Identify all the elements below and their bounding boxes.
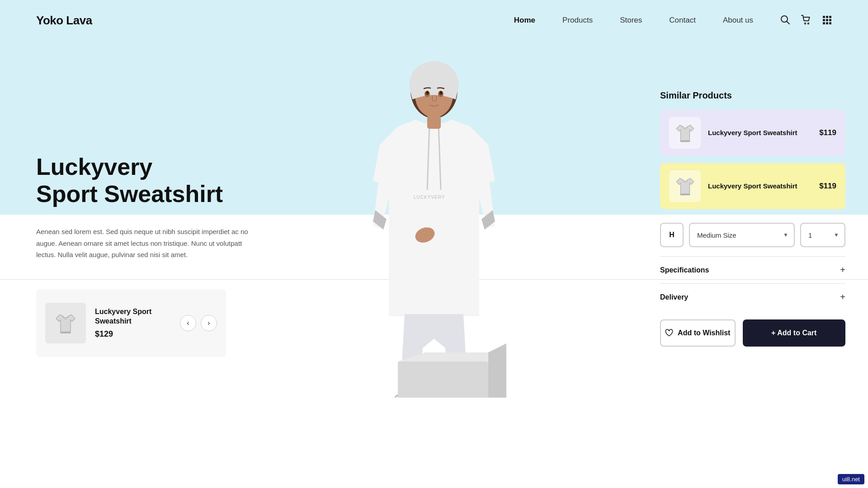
brand-logo[interactable]: Yoko Lava (36, 14, 92, 28)
watermark: ui8.net (838, 474, 864, 484)
navbar: Yoko Lava Home Products Stores Contact A… (0, 0, 868, 41)
product-title: Luckyvery Sport Sweatshirt (36, 154, 223, 208)
nav-products[interactable]: Products (562, 16, 593, 24)
delivery-title: Delivery (660, 293, 688, 301)
wishlist-button[interactable]: Add to Wishlist (660, 319, 736, 347)
nav-home[interactable]: Home (514, 16, 535, 24)
svg-point-2 (805, 23, 806, 24)
similar-products-title: Similar Products (660, 90, 845, 101)
size-select[interactable]: Small Size Medium Size Large Size X-Larg… (689, 223, 795, 247)
right-panel: Similar Products Luckyvery Sport Sweatsh… (642, 0, 868, 488)
specifications-header[interactable]: Specifications + (660, 265, 845, 275)
delivery-accordion: Delivery + (660, 283, 845, 310)
featured-product-info: Luckyvery Sport Sweatshirt $129 (95, 307, 171, 339)
featured-product-image (45, 303, 86, 343)
size-label[interactable]: H (660, 223, 684, 247)
nav-contact[interactable]: Contact (669, 16, 696, 24)
qty-wrapper: 1 2 3 4 5 ▼ (800, 223, 845, 247)
delivery-header[interactable]: Delivery + (660, 292, 845, 302)
center-model: LUCKYVERY (321, 36, 547, 398)
svg-point-28 (427, 92, 429, 94)
featured-product-card: Luckyvery Sport Sweatshirt $129 ‹ › (36, 289, 226, 357)
model-image: LUCKYVERY (335, 54, 533, 398)
options-row: H Small Size Medium Size Large Size X-La… (660, 223, 845, 247)
action-buttons: Add to Wishlist + Add to Cart (660, 319, 845, 347)
delivery-plus-icon: + (840, 292, 845, 302)
card-next-button[interactable]: › (201, 315, 217, 331)
similar-product-thumb-1 (669, 117, 701, 149)
svg-rect-11 (826, 22, 828, 24)
similar-product-price-2: $119 (819, 182, 836, 191)
search-icon[interactable] (780, 15, 790, 26)
svg-rect-31 (398, 361, 488, 398)
svg-point-29 (440, 92, 442, 94)
cart-icon[interactable] (801, 15, 811, 26)
similar-product-name-2: Luckyvery Sport Sweatshirt (708, 182, 812, 191)
size-select-wrapper: Small Size Medium Size Large Size X-Larg… (689, 223, 795, 247)
svg-rect-4 (823, 16, 825, 18)
svg-rect-6 (829, 16, 831, 18)
add-to-cart-button[interactable]: + Add to Cart (743, 319, 846, 347)
nav-links: Home Products Stores Contact About us (514, 16, 753, 25)
svg-rect-5 (826, 16, 828, 18)
card-nav-buttons: ‹ › (180, 315, 217, 331)
specifications-accordion: Specifications + (660, 256, 845, 283)
similar-product-card-2[interactable]: Luckyvery Sport Sweatshirt $119 (660, 163, 845, 209)
specifications-title: Specifications (660, 266, 709, 274)
svg-line-1 (787, 21, 790, 24)
svg-text:LUCKYVERY: LUCKYVERY (414, 195, 445, 200)
svg-rect-23 (427, 115, 441, 129)
similar-product-price-1: $119 (819, 128, 836, 137)
svg-rect-10 (823, 22, 825, 24)
featured-product-name: Luckyvery Sport Sweatshirt (95, 307, 171, 326)
nav-about[interactable]: About us (723, 16, 753, 24)
similar-product-card-1[interactable]: Luckyvery Sport Sweatshirt $119 (660, 110, 845, 156)
heart-icon (665, 329, 673, 337)
card-prev-button[interactable]: ‹ (180, 315, 196, 331)
product-description: Aenean sed lorem est. Sed quis neque ut … (36, 226, 253, 261)
svg-rect-8 (826, 19, 828, 21)
nav-stores[interactable]: Stores (620, 16, 642, 24)
svg-rect-7 (823, 19, 825, 21)
specifications-plus-icon: + (840, 265, 845, 275)
svg-rect-32 (680, 141, 689, 142)
svg-rect-13 (61, 331, 71, 333)
product-title-area: Luckyvery Sport Sweatshirt (36, 154, 223, 208)
similar-product-name-1: Luckyvery Sport Sweatshirt (708, 128, 812, 137)
quantity-select[interactable]: 1 2 3 4 5 (800, 223, 845, 247)
nav-icons (780, 15, 832, 26)
similar-product-thumb-2 (669, 170, 701, 202)
svg-rect-9 (829, 19, 831, 21)
svg-point-3 (808, 23, 809, 24)
grid-icon[interactable] (822, 15, 832, 26)
featured-product-price: $129 (95, 329, 171, 339)
svg-rect-12 (829, 22, 831, 24)
svg-rect-33 (680, 194, 689, 195)
